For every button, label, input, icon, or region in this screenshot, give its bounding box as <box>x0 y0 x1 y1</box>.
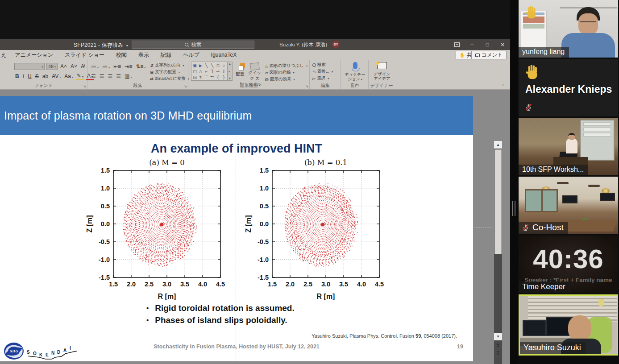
tab-help[interactable]: ヘルプ <box>177 50 205 60</box>
font-size-combo[interactable]: 48▾ <box>46 63 58 70</box>
svg-text:1.0: 1.0 <box>101 185 110 192</box>
shape-arrow-icon[interactable]: ╲ <box>209 62 215 68</box>
video-tile-sfp-workshop[interactable]: 10th SFP Worksh... <box>519 118 618 175</box>
video-tile-time-keeper[interactable]: 40:36 Speaker : *First + Family name Tim… <box>519 236 618 293</box>
columns-button[interactable]: ▥▾ <box>124 73 133 79</box>
shape-fill-button[interactable]: ◬図形の塗りつぶし▾ <box>265 62 307 69</box>
align-center-button[interactable]: ☰ <box>99 73 105 79</box>
collapse-ribbon-button[interactable]: ⌃ <box>501 84 505 88</box>
strikethrough-button[interactable]: S <box>34 73 40 79</box>
title-dropdown-icon[interactable]: ▾ <box>126 44 128 48</box>
paragraph-dialog-launcher[interactable]: ↘ <box>184 84 187 88</box>
arrange-button[interactable]: 配置 ▾ <box>236 62 245 86</box>
participant-name: Co-Host <box>532 223 564 232</box>
tab-transitions-clipped[interactable]: え <box>0 50 9 60</box>
shape-fill-label: 図形の塗りつぶし <box>270 63 304 69</box>
italic-button[interactable]: I <box>22 73 25 79</box>
decrease-indent-button[interactable]: ⇤≡ <box>112 63 122 70</box>
video-tile-alexander-knieps[interactable]: Alexander Knieps <box>519 59 618 116</box>
align-text-button[interactable]: ⊞文字の配置▾ <box>150 69 189 75</box>
bullet-item: •Rigid toroidal rotation is assumed. <box>146 302 295 314</box>
shape-outline-button[interactable]: ▱図形の枠線▾ <box>265 69 307 76</box>
decrease-font-button[interactable]: A˅ <box>70 63 78 70</box>
search-box[interactable]: 検索 <box>132 41 254 49</box>
comments-button[interactable]: コメント <box>471 51 507 59</box>
align-left-button[interactable]: ☰ <box>90 73 97 79</box>
shape-elbow-icon[interactable]: ⌐ <box>204 68 209 74</box>
nifs-logo-text: NIFS <box>9 349 18 353</box>
close-button[interactable]: ✕ <box>495 39 510 50</box>
align-right-button[interactable]: ☰ <box>107 73 114 79</box>
increase-font-button[interactable]: A˄ <box>59 63 68 70</box>
shape-curve-icon[interactable]: Ꞁ <box>209 68 215 74</box>
scroll-down-button[interactable]: ▼ <box>494 333 502 340</box>
shape-arrow-down-icon[interactable]: ⇩ <box>221 68 227 74</box>
text-shadow-button[interactable]: ab <box>42 73 49 79</box>
video-tile-yunfeng-liang[interactable]: yunfeng liang <box>519 0 618 58</box>
highlight-color-button[interactable]: ✎▾ <box>76 73 84 80</box>
account-avatar[interactable]: SY <box>332 41 340 48</box>
video-tile-yasuhiro-suzuki[interactable]: Yasuhiro Suzuki <box>519 294 618 356</box>
shape-effects-button[interactable]: ◍図形の効果▾ <box>265 76 307 83</box>
next-slide-button[interactable]: ▼▼ <box>494 350 502 357</box>
increase-indent-button[interactable]: ⇥≡ <box>124 63 133 70</box>
shape-textbox-icon[interactable]: ▣ <box>192 62 198 68</box>
slide-title: Impact of plasma rotation on 3D MHD equi… <box>0 109 252 122</box>
maximize-button[interactable]: □ <box>480 39 495 50</box>
justify-button[interactable]: ☰ <box>115 73 122 79</box>
convert-smartart-button[interactable]: ⇄SmartArt に変換▾ <box>150 75 189 82</box>
shape-brace-right-icon[interactable]: } <box>221 74 227 80</box>
numbering-button[interactable]: ≕▾ <box>101 63 111 70</box>
drawing-dialog-launcher[interactable]: ↘ <box>305 84 308 88</box>
text-direction-button[interactable]: ⇵文字列の方向▾ <box>150 62 189 69</box>
line-spacing-button[interactable]: ⇅≡▾ <box>135 63 146 70</box>
tab-iguanatex[interactable]: IguanaTeX <box>205 50 242 60</box>
shape-freeform-icon[interactable]: 〜 <box>209 74 215 80</box>
underline-button[interactable]: U <box>27 73 33 79</box>
account-name[interactable]: Suzuki Y. (鈴木 康浩) <box>279 41 327 48</box>
bold-button[interactable]: B <box>14 73 20 79</box>
sokendai-logo: SOKENDAI <box>26 344 79 363</box>
shape-media-icon[interactable]: ▶ <box>198 62 204 68</box>
shape-roundrect-icon[interactable]: ▢ <box>192 68 198 74</box>
shape-line-icon[interactable]: ╲ <box>204 62 209 68</box>
character-spacing-button[interactable]: AV▾ <box>51 73 62 79</box>
video-tile-co-host[interactable]: Co-Host <box>519 177 618 234</box>
scroll-up-button[interactable]: ▲ <box>494 141 502 149</box>
svg-text:(b) M = 0.1: (b) M = 0.1 <box>304 158 347 167</box>
replace-icon: ⇋ <box>312 69 316 74</box>
tab-record[interactable]: 記録 <box>155 50 177 60</box>
shapes-gallery-scroll[interactable]: ▲▾▼ <box>228 62 233 81</box>
find-button[interactable]: 検索 <box>312 62 339 68</box>
tab-slideshow[interactable]: スライド ショー <box>59 50 110 60</box>
divider-drag-handle[interactable] <box>512 201 515 216</box>
scrollbar-thumb[interactable] <box>494 149 502 254</box>
shape-brace-left-icon[interactable]: { <box>215 74 221 80</box>
shape-arc-icon[interactable]: ⌒ <box>204 74 209 80</box>
shapes-gallery[interactable]: ▣▶╲╲□○ ▢△⌐Ꞁ⇨⇩ ◳↯⌒〜{} <box>191 62 228 81</box>
minimize-button[interactable]: ─ <box>465 39 480 50</box>
vertical-scrollbar[interactable]: ▲ ▼ ▲▲ ▼▼ <box>494 141 502 364</box>
tab-review[interactable]: 校閲 <box>110 50 133 60</box>
replace-button[interactable]: ⇋置換...▾ <box>312 68 339 75</box>
shape-scribble-icon[interactable]: ↯ <box>198 74 204 80</box>
design-ideas-label: デザイン アイデア <box>374 72 391 81</box>
previous-slide-button[interactable]: ▲▲ <box>494 342 502 349</box>
shape-arrow-right-icon[interactable]: ⇨ <box>215 68 221 74</box>
change-case-button[interactable]: Aa▾ <box>63 73 74 79</box>
shape-callout-icon[interactable]: ◳ <box>192 74 198 80</box>
shape-triangle-icon[interactable]: △ <box>198 68 204 74</box>
dictation-button[interactable]: ディクテーション▾ <box>344 62 366 82</box>
bullets-button[interactable]: ≔▾ <box>90 63 100 70</box>
font-name-combo[interactable]: ▾ <box>14 63 45 70</box>
tab-animations[interactable]: アニメーション <box>9 50 59 60</box>
shape-oval-icon[interactable]: ○ <box>221 62 227 68</box>
select-button[interactable]: ▻選択▾ <box>312 75 339 82</box>
svg-text:3.5: 3.5 <box>339 281 348 288</box>
font-dialog-launcher[interactable]: ↘ <box>83 84 86 88</box>
clear-formatting-button[interactable]: A̸ <box>80 63 85 70</box>
design-ideas-button[interactable]: デザイン アイデア <box>371 62 393 81</box>
shape-rect-icon[interactable]: □ <box>215 62 221 68</box>
ribbon-display-options-button[interactable] <box>449 39 465 50</box>
tab-view[interactable]: 表示 <box>133 50 155 60</box>
